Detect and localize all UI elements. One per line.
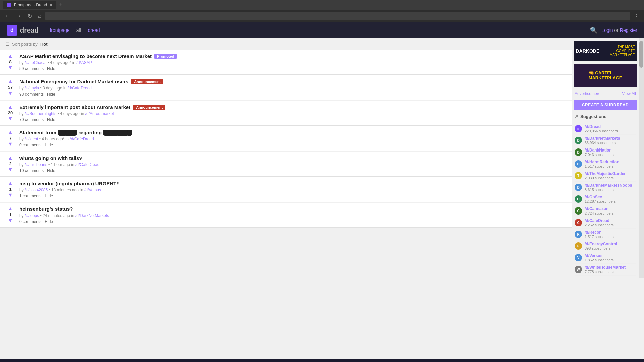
author-link[interactable]: /u/mr_beans	[25, 162, 47, 167]
hide-link[interactable]: Hide	[45, 194, 53, 198]
hide-link[interactable]: Hide	[47, 66, 55, 71]
post-title-link[interactable]: ASAP Market envisaging to become next Dr…	[19, 53, 152, 59]
suggestion-avatar: V	[575, 254, 582, 261]
hide-link[interactable]: Hide	[45, 143, 53, 147]
upvote-button[interactable]: ▲	[8, 79, 13, 84]
nav-dread[interactable]: dread	[88, 27, 100, 33]
suggestion-item[interactable]: W /d/WhiteHouseMarket 7,778 subscribers	[575, 264, 636, 276]
post-item: ▲ 57 ▼ National Emergency for Darknet Ma…	[0, 75, 572, 100]
refresh-button[interactable]: ↻	[25, 12, 34, 20]
nav-frontpage[interactable]: frontpage	[50, 27, 69, 33]
suggestion-item[interactable]: V /d/Versus 1,862 subscribers	[575, 252, 636, 264]
address-bar[interactable]	[45, 12, 630, 20]
suggestion-item[interactable]: R /d/Recon 1,517 subscribers	[575, 229, 636, 240]
comments-link[interactable]: 70 comments	[19, 117, 44, 122]
subreddit-link[interactable]: /d/CafeDread	[70, 137, 94, 141]
suggestion-item[interactable]: H /d/HarmReduction 1,517 subscribers	[575, 158, 636, 170]
home-button[interactable]: ⌂	[36, 12, 43, 20]
post-title-link[interactable]: Statement from █████ regarding ████████	[19, 130, 132, 135]
author-link[interactable]: /u/LeChacal	[25, 60, 46, 65]
hide-link[interactable]: Hide	[45, 219, 53, 224]
tab-close-button[interactable]: ×	[50, 2, 52, 8]
downvote-button[interactable]: ▼	[8, 116, 13, 121]
upvote-button[interactable]: ▲	[8, 206, 13, 212]
advertise-link[interactable]: Advertise here	[575, 91, 600, 96]
author-link[interactable]: /u/loops	[25, 213, 39, 218]
comments-link[interactable]: 10 comments	[19, 168, 44, 173]
suggestion-avatar: D	[575, 148, 582, 156]
header-right: 🔍 Login or Register	[590, 26, 637, 34]
post-content: heinsenburg's status? by /u/loops • 24 m…	[19, 206, 566, 224]
suggestion-item[interactable]: D /d/DarknetMarketsNoobs 8,615 subscribe…	[575, 182, 636, 193]
downvote-button[interactable]: ▼	[8, 141, 13, 147]
suggestion-avatar: D	[575, 137, 582, 144]
hide-link[interactable]: Hide	[47, 117, 55, 122]
nav-all[interactable]: all	[76, 27, 81, 33]
subreddit-link[interactable]: /d/DarkNetMarkets	[75, 213, 109, 218]
post-item: ▲ 1 ▼ heinsenburg's status? by /u/loops …	[0, 203, 572, 228]
author-link[interactable]: /u/Layla	[25, 86, 39, 90]
post-title: heinsenburg's status?	[19, 206, 566, 212]
forward-button[interactable]: →	[14, 12, 23, 20]
downvote-button[interactable]: ▼	[8, 167, 13, 172]
suggestion-item[interactable]: D /d/DankNation 7,043 subscribers	[575, 146, 636, 158]
upvote-button[interactable]: ▲	[8, 130, 13, 135]
post-title-link[interactable]: National Emergency for Darknet Market us…	[19, 79, 128, 84]
search-button[interactable]: 🔍	[590, 26, 597, 34]
suggestion-item[interactable]: C /d/Cannazon 2,724 subscribers	[575, 205, 636, 217]
cartel-ad[interactable]: 🤜 CARTELMARKETPLACE	[574, 64, 637, 87]
suggestion-avatar: W	[575, 266, 582, 273]
post-title-link[interactable]: msg to vendor (tegrity pharma) URGENT!!	[19, 181, 120, 186]
subreddit-link[interactable]: /d/CafeDread	[75, 162, 99, 167]
subreddit-link[interactable]: /d/CafeDread	[68, 86, 92, 90]
upvote-button[interactable]: ▲	[8, 155, 13, 161]
comments-link[interactable]: 1 comments	[19, 194, 41, 198]
suggestion-item[interactable]: T /d/TheMajesticGarden 2,030 subscribers	[575, 170, 636, 182]
suggestion-item[interactable]: O /d/OpSec 12,287 subscribers	[575, 193, 636, 205]
comments-link[interactable]: 0 comments	[19, 219, 41, 224]
subreddit-link[interactable]: /d/Versus	[84, 188, 101, 192]
author-link[interactable]: /u/ideot	[25, 137, 38, 141]
post-title-link[interactable]: whats going on with tails?	[19, 155, 83, 161]
sort-value[interactable]: Hot	[40, 42, 48, 47]
suggestion-item[interactable]: E /d/EnergyControl 398 subscribers	[575, 240, 636, 252]
post-title-link[interactable]: Extremely important post about Aurora Ma…	[19, 104, 130, 110]
sort-label: Sort posts by	[12, 42, 38, 47]
sort-bar: ☰ Sort posts by Hot	[0, 38, 572, 50]
hide-link[interactable]: Hide	[47, 92, 55, 97]
suggestion-item[interactable]: C /d/CafeDread 2,252 subscribers	[575, 217, 636, 229]
suggestion-item[interactable]: d /d/Dread 220,056 subscribers	[575, 123, 636, 135]
darkode-ad[interactable]: DARKODE THE MOST COMPLETEMARKETPLACE	[574, 41, 637, 61]
downvote-button[interactable]: ▼	[8, 218, 13, 223]
downvote-button[interactable]: ▼	[8, 65, 13, 70]
vote-count: 8	[9, 59, 11, 64]
hide-link[interactable]: Hide	[47, 168, 55, 173]
scrollbar[interactable]	[639, 38, 644, 278]
comments-link[interactable]: 0 comments	[19, 143, 41, 147]
author-link[interactable]: /u/nikk42085	[25, 188, 48, 192]
create-subdread-button[interactable]: CREATE A SUBDREAD	[574, 100, 637, 110]
author-link[interactable]: /u/SouthernLights	[25, 111, 56, 116]
comments-link[interactable]: 59 comments	[19, 66, 44, 71]
suggestion-subs: 220,056 subscribers	[585, 129, 636, 133]
redacted-text-2: ████████	[103, 130, 132, 135]
view-all-link[interactable]: View All	[622, 91, 636, 96]
upvote-button[interactable]: ▲	[8, 53, 13, 59]
register-link[interactable]: Register	[620, 27, 637, 33]
subreddit-link[interactable]: /d/ASAP	[76, 60, 92, 65]
comments-link[interactable]: 98 comments	[19, 92, 44, 97]
scroll-thumb[interactable]	[639, 41, 643, 68]
new-tab-button[interactable]: +	[56, 2, 65, 9]
active-tab[interactable]: Frontpage - Dread ×	[3, 1, 56, 9]
login-link[interactable]: Login	[601, 27, 613, 33]
suggestion-subs: 2,030 subscribers	[585, 176, 636, 180]
upvote-button[interactable]: ▲	[8, 181, 13, 186]
suggestion-item[interactable]: D /d/DarkNetMarkets 33,934 subscribers	[575, 135, 636, 146]
downvote-button[interactable]: ▼	[8, 90, 13, 96]
subreddit-link[interactable]: /d/Auroramarket	[85, 111, 114, 116]
post-title-link[interactable]: heinsenburg's status?	[19, 206, 73, 212]
back-button[interactable]: ←	[3, 12, 12, 20]
downvote-button[interactable]: ▼	[8, 192, 13, 198]
menu-button[interactable]: ⋮	[632, 12, 641, 20]
upvote-button[interactable]: ▲	[8, 104, 13, 110]
